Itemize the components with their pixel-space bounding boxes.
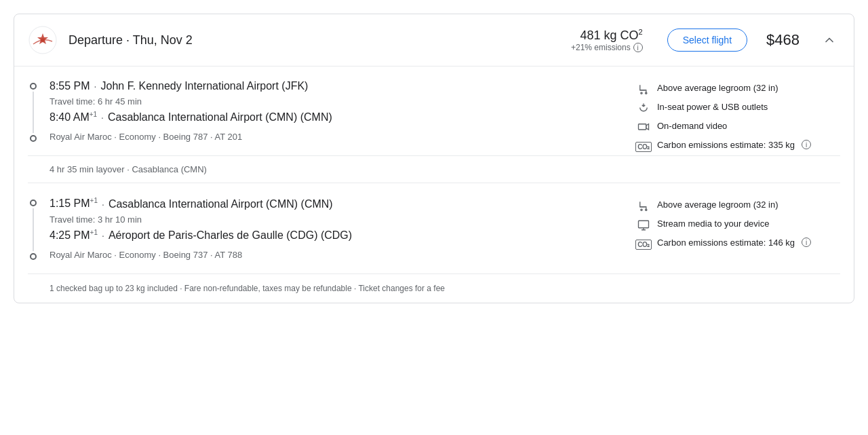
arrival-row-2: 4:25 PM+1 · Aéroport de Paris-Charles de… [50,229,637,242]
departure-dot-1 [30,83,37,90]
amenities-1: Above average legroom (32 in) In-seat po… [637,80,840,155]
segment-2-details: 1:15 PM+1 · Casablanca International Air… [28,197,637,273]
header-title: Departure · Thu, Nov 2 [68,33,560,48]
amenity-co2-2: CO₂ Carbon emissions estimate: 146 kg i [637,238,840,251]
airline-info-1: Royal Air Maroc · Economy · Boeing 787 ·… [50,132,637,142]
amenity-legroom-2: Above average legroom (32 in) [637,200,840,213]
departure-row-2: 1:15 PM+1 · Casablanca International Air… [50,197,637,210]
departure-airport-2: Casablanca International Airport (CMN) (… [108,198,333,210]
svg-rect-5 [639,124,646,130]
collapse-button[interactable] [818,29,840,51]
chevron-up-icon [823,33,836,47]
arrival-row-1: 8:40 AM+1 · Casablanca International Air… [50,111,637,124]
svg-point-3 [641,92,642,94]
select-flight-button[interactable]: Select flight [667,29,747,52]
travel-time-1: Travel time: 6 hr 45 min [50,96,637,107]
emissions-info-icon[interactable]: i [633,43,643,52]
emissions-sub: +21% emissions i [571,43,643,52]
stream-icon [637,219,650,232]
amenity-video-1: On-demand video [637,121,840,134]
co2-info-icon-1[interactable]: i [802,140,811,149]
svg-point-7 [641,209,642,210]
arrival-dot-2 [30,253,37,260]
svg-rect-9 [639,221,649,229]
segment-1-content: 8:55 PM · John F. Kennedy International … [50,80,637,142]
emissions-block: 481 kg CO2 +21% emissions i [571,28,643,52]
co2-icon-2: CO₂ [637,238,650,251]
arrival-airport-1: Casablanca International Airport (CMN) (… [108,111,332,124]
seat-icon [637,83,650,96]
price: $468 [766,31,800,49]
amenity-stream-2: Stream media to your device [637,219,840,232]
timeline-col-1 [28,80,39,142]
segment-2-content: 1:15 PM+1 · Casablanca International Air… [50,197,637,260]
layover-row: 4 hr 35 min layover · Casablanca (CMN) [28,155,840,183]
footer-note: 1 checked bag up to 23 kg included · Far… [28,273,840,303]
segment-2: 1:15 PM+1 · Casablanca International Air… [28,197,840,273]
arrival-airport-2: Aéroport de Paris-Charles de Gaulle (CDG… [108,229,352,242]
flight-card: Departure · Thu, Nov 2 481 kg CO2 +21% e… [14,14,854,303]
svg-point-8 [646,209,647,210]
video-icon [637,121,650,134]
arrival-time-2: 4:25 PM+1 [50,229,98,242]
departure-row-1: 8:55 PM · John F. Kennedy International … [50,80,637,92]
timeline-col-2 [28,197,39,260]
co2-icon-1: CO₂ [637,140,650,153]
airline-logo [28,25,58,55]
arrival-time-1: 8:40 AM+1 [50,111,97,124]
amenities-2: Above average legroom (32 in) Stream med… [637,197,840,273]
airline-info-2: Royal Air Maroc · Economy · Boeing 737 ·… [50,250,637,260]
svg-marker-6 [646,124,649,130]
co2-info-icon-2[interactable]: i [802,238,811,247]
seat-icon-2 [637,200,650,213]
timeline-line-2 [33,208,34,251]
departure-dot-2 [30,200,37,206]
timeline-line-1 [33,92,34,133]
travel-time-2: Travel time: 3 hr 10 min [50,214,637,225]
power-icon [637,102,650,115]
segment-1: 8:55 PM · John F. Kennedy International … [28,80,840,155]
amenity-co2-1: CO₂ Carbon emissions estimate: 335 kg i [637,140,840,153]
flight-header: Departure · Thu, Nov 2 481 kg CO2 +21% e… [14,14,854,67]
segment-1-details: 8:55 PM · John F. Kennedy International … [28,80,637,155]
arrival-dot-1 [30,135,37,142]
departure-time-2: 1:15 PM+1 [50,197,98,210]
emissions-main: 481 kg CO2 [571,28,643,43]
departure-airport-1: John F. Kennedy International Airport (J… [100,80,308,92]
flight-body: 8:55 PM · John F. Kennedy International … [14,67,854,303]
svg-point-4 [646,92,647,94]
amenity-power-1: In-seat power & USB outlets [637,102,840,115]
departure-time-1: 8:55 PM [50,80,90,92]
amenity-legroom-1: Above average legroom (32 in) [637,83,840,96]
